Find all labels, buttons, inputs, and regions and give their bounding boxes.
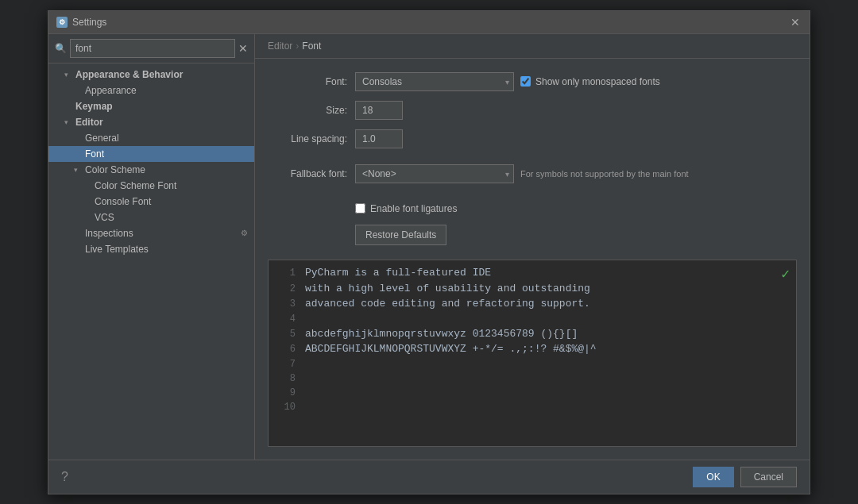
font-dropdown[interactable]: Consolas [355,72,514,91]
line-number: 1 [276,266,296,280]
sidebar-item-font[interactable]: Font [48,146,254,162]
sidebar-item-label: Live Templates [85,244,248,255]
sidebar-item-vcs[interactable]: VCS [48,210,254,225]
ligatures-row: Enable font ligatures [268,198,797,219]
search-box: 🔍 ✕ [48,34,254,63]
sidebar-item-label: Appearance & Behavior [75,69,248,80]
line-spacing-input[interactable] [355,129,403,148]
show-monospaced-checkbox[interactable] [520,76,531,87]
show-monospaced-label: Show only monospaced fonts [535,76,660,87]
preview-line: 6ABCDEFGHIJKLMNOPQRSTUVWXYZ +-*/= .,;:!?… [276,341,788,357]
sidebar-item-general[interactable]: General [48,130,254,146]
sidebar-item-appearance[interactable]: Appearance [48,83,254,98]
size-label: Size: [268,105,355,116]
search-input[interactable] [70,39,235,58]
settings-dialog: ⚙ Settings ✕ 🔍 ✕ ▾ Appearance & Beha [48,10,810,494]
ligatures-label: Enable font ligatures [370,203,457,214]
breadcrumb-separator: › [296,40,299,52]
font-control: Consolas ▾ Show only monospaced fonts [355,72,660,91]
line-number: 7 [276,357,296,371]
sidebar-item-live-templates[interactable]: Live Templates [48,241,254,257]
ligatures-checkbox[interactable] [355,203,365,214]
help-icon[interactable]: ? [61,470,68,484]
expand-arrow-icon: ▾ [64,118,72,126]
cancel-button[interactable]: Cancel [740,467,797,487]
line-number: 8 [276,371,296,386]
close-button[interactable]: ✕ [789,16,802,29]
ligatures-checkbox-row: Enable font ligatures [355,203,457,214]
dialog-footer: ? OK Cancel [48,460,810,494]
preview-line: 3advanced code editing and refactoring s… [276,296,788,312]
line-number: 10 [276,400,296,414]
sidebar-item-label: Font [85,148,248,160]
size-input[interactable] [355,101,403,120]
line-number: 2 [276,282,296,296]
fallback-font-hint: For symbols not supported by the main fo… [520,169,689,179]
line-number: 5 [276,327,296,341]
preview-line: 5abcdefghijklmnopqrstuvwxyz 0123456789 (… [276,326,788,342]
sidebar-item-inspections[interactable]: Inspections ⚙ [48,225,254,241]
sidebar-item-appearance-behavior[interactable]: ▾ Appearance & Behavior [48,67,254,83]
line-number: 4 [276,312,296,326]
dialog-titlebar: ⚙ Settings ✕ [48,11,810,34]
dialog-title: Settings [72,17,784,28]
size-row: Size: [268,100,797,121]
sidebar-item-label: Color Scheme [85,164,248,175]
restore-defaults-row: Restore Defaults [268,227,797,248]
fallback-font-row: Fallback font: <None> ▾ For symbols not … [268,164,797,184]
preview-area: ✓ 1PyCharm is a full-featured IDE2with a… [268,260,797,447]
restore-defaults-button[interactable]: Restore Defaults [355,225,446,245]
breadcrumb-current: Font [302,40,321,52]
line-spacing-row: Line spacing: [268,129,797,149]
font-row: Font: Consolas ▾ Show only monospaced fo… [268,71,797,92]
dialog-body: 🔍 ✕ ▾ Appearance & Behavior Appearance [48,34,810,460]
preview-line: 1PyCharm is a full-featured IDE [276,265,788,281]
line-content: with a high level of usability and outst… [305,281,590,297]
font-label: Font: [268,76,355,87]
line-number: 9 [276,386,296,400]
sidebar-item-label: Editor [75,117,248,128]
preview-lines: 1PyCharm is a full-featured IDE2with a h… [276,265,788,414]
line-number: 6 [276,342,296,356]
content-area: Editor › Font Font: Consolas [255,34,810,460]
sidebar-item-label: Color Scheme Font [95,180,248,191]
tree-container: ▾ Appearance & Behavior Appearance Keyma… [48,63,254,460]
ok-button[interactable]: OK [693,467,733,487]
sidebar-item-label: Console Font [95,196,248,207]
breadcrumb-parent: Editor [268,40,292,52]
sidebar-item-color-scheme[interactable]: ▾ Color Scheme [48,162,254,178]
line-number: 3 [276,297,296,311]
preview-line: 4 [276,312,788,326]
line-spacing-control [355,129,403,148]
sidebar-item-color-scheme-font[interactable]: Color Scheme Font [48,178,254,194]
content-main: Font: Consolas ▾ Show only monospaced fo… [255,59,810,260]
sidebar: 🔍 ✕ ▾ Appearance & Behavior Appearance [48,34,255,460]
preview-line: 8 [276,371,788,386]
sidebar-item-label: General [85,133,248,144]
sidebar-item-console-font[interactable]: Console Font [48,194,254,210]
font-dropdown-wrapper: Consolas ▾ [355,72,514,91]
line-content: PyCharm is a full-featured IDE [305,265,491,281]
line-spacing-label: Line spacing: [268,133,355,144]
search-clear-button[interactable]: ✕ [238,42,248,55]
preview-checkmark-icon: ✓ [781,265,790,283]
fallback-font-dropdown[interactable]: <None> [355,164,514,183]
settings-icon: ⚙ [241,229,248,237]
dialog-icon: ⚙ [56,17,68,28]
size-control [355,101,403,120]
expand-arrow-icon: ▾ [64,71,72,79]
fallback-font-label: Fallback font: [268,168,355,179]
monospaced-checkbox-row: Show only monospaced fonts [520,76,660,87]
sidebar-item-label: Appearance [85,85,248,96]
expand-arrow-icon: ▾ [74,166,82,174]
sidebar-item-label: Keymap [75,101,248,112]
fallback-font-control: <None> ▾ For symbols not supported by th… [355,164,689,183]
fallback-font-dropdown-wrapper: <None> ▾ [355,164,514,183]
sidebar-item-keymap[interactable]: Keymap [48,98,254,114]
preview-line: 7 [276,357,788,371]
sidebar-item-label: VCS [95,212,248,223]
breadcrumb: Editor › Font [255,34,810,59]
sidebar-item-editor[interactable]: ▾ Editor [48,114,254,130]
preview-line: 2with a high level of usability and outs… [276,281,788,297]
search-icon: 🔍 [55,43,67,54]
